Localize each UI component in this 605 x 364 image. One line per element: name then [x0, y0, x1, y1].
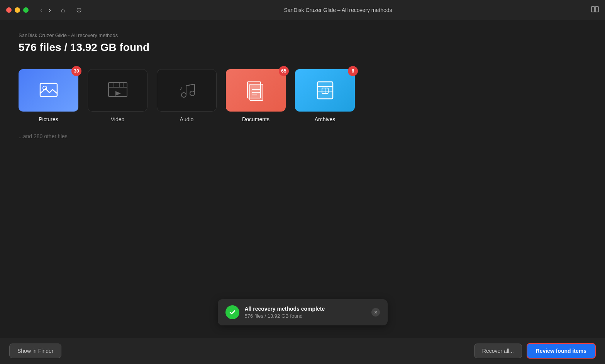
pictures-icon — [37, 79, 60, 102]
pictures-label: Pictures — [39, 116, 58, 122]
close-button[interactable] — [6, 7, 12, 13]
history-button[interactable]: ⊙ — [73, 4, 85, 16]
notification-subtitle: 576 files / 13.92 GB found — [245, 313, 366, 319]
review-found-items-button[interactable]: Review found items — [527, 343, 596, 359]
svg-point-11 — [190, 91, 195, 96]
video-icon — [106, 79, 129, 102]
archives-icon-bg — [295, 69, 355, 112]
traffic-lights — [6, 7, 29, 13]
notification-close-button[interactable]: ✕ — [371, 308, 380, 317]
minimize-button[interactable] — [15, 7, 20, 13]
nav-buttons: ‹ › — [38, 5, 53, 16]
home-button[interactable]: ⌂ — [58, 5, 68, 16]
titlebar-right — [591, 6, 599, 14]
audio-icon-bg: ♪ — [157, 69, 217, 112]
notification-title: All recovery methods complete — [245, 306, 366, 312]
other-files-label: ...and 280 other files — [19, 133, 586, 139]
page-title: 576 files / 13.92 GB found — [19, 41, 586, 54]
categories-container: 30 Pictures Video — [19, 69, 586, 122]
notification-bar: All recovery methods complete 576 files … — [218, 299, 388, 325]
audio-label: Audio — [180, 116, 194, 122]
video-icon-bg — [88, 69, 147, 112]
svg-rect-2 — [40, 83, 57, 97]
titlebar-left: ‹ › ⌂ ⊙ — [6, 4, 85, 16]
svg-marker-9 — [115, 91, 121, 96]
titlebar: ‹ › ⌂ ⊙ SanDisk Cruzer Glide – All recov… — [0, 0, 605, 20]
success-icon — [225, 305, 239, 319]
category-video[interactable]: Video — [88, 69, 147, 122]
archives-label: Archives — [315, 116, 336, 122]
category-documents[interactable]: 65 Documents — [226, 69, 286, 122]
audio-icon: ♪ — [175, 79, 198, 102]
book-icon[interactable] — [591, 6, 599, 14]
forward-button[interactable]: › — [46, 5, 53, 16]
pictures-icon-bg — [19, 69, 78, 112]
svg-line-12 — [186, 84, 195, 86]
show-finder-button[interactable]: Show in Finder — [9, 344, 61, 358]
documents-badge: 65 — [279, 66, 289, 76]
archives-icon — [314, 79, 337, 102]
bottom-bar: Show in Finder Recover all... Review fou… — [0, 338, 605, 364]
category-audio[interactable]: ♪ Audio — [157, 69, 217, 122]
back-button[interactable]: ‹ — [38, 5, 45, 16]
archives-badge: 6 — [348, 66, 358, 76]
pictures-badge: 30 — [71, 66, 81, 76]
recover-all-button[interactable]: Recover all... — [474, 344, 522, 358]
maximize-button[interactable] — [23, 7, 29, 13]
window-title: SanDisk Cruzer Glide – All recovery meth… — [284, 7, 392, 13]
svg-rect-0 — [591, 7, 595, 12]
category-pictures[interactable]: 30 Pictures — [19, 69, 78, 122]
right-actions: Recover all... Review found items — [474, 343, 596, 359]
documents-icon — [244, 79, 268, 102]
main-content: SanDisk Cruzer Glide - All recovery meth… — [0, 20, 605, 152]
svg-text:♪: ♪ — [179, 84, 183, 92]
documents-icon-bg — [226, 69, 286, 112]
notification-text: All recovery methods complete 576 files … — [245, 306, 366, 319]
category-archives[interactable]: 6 Archives — [295, 69, 355, 122]
svg-point-10 — [181, 93, 186, 97]
svg-rect-1 — [595, 7, 598, 12]
breadcrumb: SanDisk Cruzer Glide - All recovery meth… — [19, 32, 586, 38]
video-label: Video — [111, 116, 125, 122]
documents-label: Documents — [242, 116, 269, 122]
